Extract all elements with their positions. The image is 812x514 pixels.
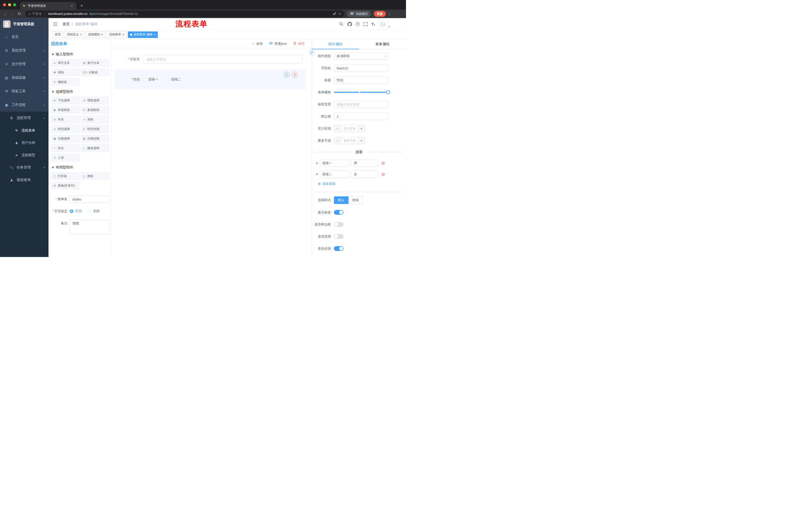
drag-handle-icon[interactable] bbox=[316, 161, 318, 165]
sidebar-item-leave-query[interactable]: ♟ 请假查询 bbox=[0, 174, 49, 186]
tag-process-definition[interactable]: 流程定义 bbox=[64, 31, 84, 38]
disabled-switch[interactable] bbox=[334, 234, 343, 239]
password-key-icon[interactable] bbox=[333, 11, 337, 16]
sidebar-item-user-group[interactable]: ♟ 用户分组 bbox=[0, 137, 49, 149]
browser-menu-icon[interactable] bbox=[386, 12, 392, 16]
component-type-select[interactable]: 多选框组 bbox=[334, 52, 388, 60]
tag-process-form[interactable]: 流程表单 bbox=[107, 31, 126, 38]
github-icon[interactable] bbox=[347, 21, 352, 27]
status-off-radio[interactable]: 关闭 bbox=[88, 208, 99, 215]
link-icon[interactable] bbox=[309, 50, 314, 55]
sidebar-item-devtools[interactable]: ⚒ 研发工具 ▾ bbox=[0, 84, 49, 98]
font-size-icon[interactable] bbox=[371, 22, 375, 26]
close-icon[interactable] bbox=[154, 33, 155, 36]
view-json-button[interactable]: 查看json bbox=[269, 41, 287, 46]
delete-widget-button[interactable] bbox=[292, 72, 297, 77]
search-icon[interactable] bbox=[339, 21, 344, 27]
max-select-value[interactable]: 最多可选 bbox=[341, 137, 358, 144]
sidebar-item-task-management[interactable]: ⌥ 任务管理 ▾ bbox=[0, 161, 49, 174]
palette-item-slider[interactable]: ⊸滑块 bbox=[81, 116, 109, 123]
palette-item-button[interactable]: ◻按钮 bbox=[81, 172, 109, 180]
required-switch[interactable] bbox=[334, 246, 343, 251]
sidebar-item-infrastructure[interactable]: ▤ 基础设施 ▾ bbox=[0, 71, 49, 84]
show-label-switch[interactable] bbox=[334, 210, 343, 215]
close-icon[interactable] bbox=[122, 33, 124, 36]
grid-slider[interactable] bbox=[334, 88, 388, 96]
minus-button[interactable] bbox=[334, 137, 341, 144]
palette-item-multi-text[interactable]: ▤多行文本 bbox=[81, 59, 109, 66]
minus-button[interactable] bbox=[334, 125, 341, 132]
tag-process-form-edit[interactable]: 流程表单-编辑 bbox=[128, 31, 158, 38]
remove-option-icon[interactable] bbox=[381, 161, 385, 165]
remove-option-icon[interactable] bbox=[381, 172, 385, 177]
sidebar-item-workflow[interactable]: ▣ 工作流程 ▴ bbox=[0, 98, 49, 112]
palette-item-date-picker[interactable]: ▦日期选择 bbox=[51, 135, 80, 142]
form-remark-textarea[interactable]: 嘿嘿 bbox=[70, 219, 109, 234]
style-default-button[interactable]: 默认 bbox=[334, 196, 348, 204]
fullscreen-icon[interactable] bbox=[363, 21, 368, 27]
palette-item-cascader[interactable]: ⋔级联选择 bbox=[81, 97, 109, 104]
phone-field-row[interactable]: 手机号 bbox=[115, 55, 312, 64]
label-width-input[interactable] bbox=[334, 101, 388, 108]
save-button[interactable]: 保存 bbox=[252, 42, 263, 46]
tag-process-model[interactable]: 流程模型 bbox=[86, 31, 105, 38]
reload-button[interactable] bbox=[16, 10, 23, 17]
sidebar-item-payment[interactable]: ¥ 支付管理 ▾ bbox=[0, 57, 49, 71]
copy-widget-button[interactable] bbox=[284, 72, 289, 77]
sidebar-item-process-model[interactable]: ➤ 流程模型 bbox=[0, 149, 49, 161]
browser-update-button[interactable]: 更新 bbox=[374, 11, 386, 17]
clear-button[interactable]: 清空 bbox=[293, 42, 304, 46]
title-input[interactable] bbox=[334, 77, 388, 84]
palette-item-counter[interactable]: 123计数器 bbox=[81, 69, 109, 76]
palette-item-radio-group[interactable]: ◉单选框组 bbox=[51, 106, 80, 114]
tab-close-icon[interactable] bbox=[70, 4, 74, 8]
tag-home[interactable]: 首页 bbox=[53, 31, 63, 38]
plus-button[interactable] bbox=[358, 137, 365, 144]
gender-option1-checkbox[interactable]: 选项一 bbox=[143, 77, 158, 82]
back-button[interactable] bbox=[2, 10, 8, 17]
user-avatar-dropdown[interactable] bbox=[378, 19, 390, 29]
slider-handle[interactable] bbox=[386, 90, 390, 94]
browser-tab[interactable]: 芋道管理系统 bbox=[20, 2, 76, 9]
minimize-window-button[interactable] bbox=[8, 3, 11, 6]
forward-button[interactable] bbox=[9, 10, 16, 17]
close-icon[interactable] bbox=[101, 33, 103, 36]
plus-button[interactable] bbox=[358, 125, 365, 132]
gender-option2-checkbox[interactable]: 选项二 bbox=[166, 77, 181, 82]
tab-form-props[interactable]: 表单属性 bbox=[359, 39, 406, 49]
palette-item-date-range[interactable]: ▧日期范围 bbox=[81, 135, 109, 142]
tab-component-props[interactable]: 组件属性 bbox=[312, 39, 359, 49]
palette-item-time-range[interactable]: ◴时间范围 bbox=[81, 125, 109, 133]
sidebar-item-system[interactable]: ⚙ 系统管理 ▾ bbox=[0, 44, 49, 57]
palette-item-editor[interactable]: ✎编辑器 bbox=[51, 78, 80, 86]
palette-item-select[interactable]: ▼下拉选择 bbox=[51, 97, 80, 104]
sidebar-item-process-form[interactable]: ✎ 流程表单 bbox=[0, 124, 49, 137]
new-tab-button[interactable] bbox=[78, 2, 85, 9]
style-button-button[interactable]: 按钮 bbox=[348, 196, 363, 204]
sidebar-collapse-icon[interactable] bbox=[53, 21, 58, 27]
option2-value-input[interactable] bbox=[351, 170, 378, 178]
app-logo[interactable]: 芋道管理系统 bbox=[0, 18, 49, 30]
bookmark-star-icon[interactable] bbox=[338, 11, 342, 16]
status-on-radio[interactable]: 开启 bbox=[70, 208, 82, 215]
palette-item-checkbox-group[interactable]: ☑多选框组 bbox=[81, 106, 109, 114]
help-icon[interactable] bbox=[355, 22, 360, 26]
gender-widget-selected[interactable]: 性别 选项一 选项二 bbox=[115, 70, 306, 89]
address-bar[interactable]: 不安全 dashboard.yudao.iocoder.cn /bpm/mana… bbox=[25, 10, 344, 17]
palette-item-row-container[interactable]: ▢行容器 bbox=[51, 172, 80, 180]
option1-value-input[interactable] bbox=[351, 159, 378, 167]
palette-item-time-picker[interactable]: ◷时间选择 bbox=[51, 125, 80, 133]
form-name-input[interactable] bbox=[70, 195, 109, 203]
palette-item-switch[interactable]: ⊙开关 bbox=[51, 116, 80, 123]
field-name-input[interactable] bbox=[334, 64, 388, 72]
palette-item-upload[interactable]: ↥上传 bbox=[51, 154, 80, 161]
min-select-value[interactable]: 至少应选 bbox=[341, 125, 358, 132]
close-window-button[interactable] bbox=[3, 3, 6, 6]
sidebar-item-home[interactable]: ⌂ 首页 bbox=[0, 30, 49, 44]
border-switch[interactable] bbox=[334, 222, 343, 227]
breadcrumb-home[interactable]: 首页 bbox=[63, 22, 69, 26]
drag-handle-icon[interactable] bbox=[316, 172, 318, 176]
default-value-input[interactable] bbox=[334, 113, 388, 120]
palette-item-color-picker[interactable]: ◐颜色选择 bbox=[81, 144, 109, 152]
zoom-window-button[interactable] bbox=[13, 3, 16, 6]
